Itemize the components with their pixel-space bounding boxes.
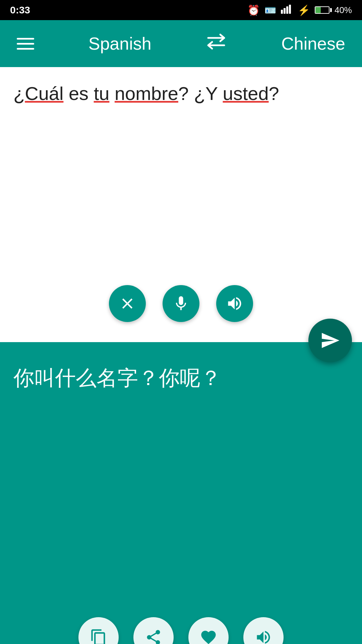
source-text[interactable]: ¿Cuál es tu nombre? ¿Y usted? (13, 80, 349, 107)
svg-rect-2 (286, 6, 288, 14)
top-bar: Spanish Chinese (0, 20, 362, 67)
source-panel: ¿Cuál es tu nombre? ¿Y usted? (0, 67, 362, 342)
alarm-icon: ⏰ (247, 4, 260, 16)
status-time: 0:33 (10, 4, 30, 16)
translation-text: 你叫什么名字？你呢？ (13, 362, 349, 393)
word-usted: usted (223, 83, 269, 104)
battery-block: 40% (315, 5, 352, 15)
svg-rect-0 (281, 10, 283, 14)
translation-panel: 你叫什么名字？你呢？ (0, 342, 362, 644)
source-buttons (109, 285, 253, 322)
battery-percent: 40% (335, 5, 352, 15)
word-nombre: nombre (115, 83, 178, 104)
svg-rect-3 (289, 5, 291, 14)
microphone-button[interactable] (163, 285, 199, 322)
word-cual: Cuál (25, 83, 63, 104)
svg-rect-1 (284, 8, 286, 14)
source-panel-wrapper: ¿Cuál es tu nombre? ¿Y usted? (0, 67, 362, 342)
send-translate-button[interactable] (308, 319, 352, 362)
status-bar: 0:33 ⏰ 🪪 ⚡ 40% (0, 0, 362, 20)
share-button[interactable] (133, 617, 174, 644)
status-icons: ⏰ 🪪 ⚡ 40% (247, 4, 352, 16)
speak-translation-button[interactable] (243, 617, 284, 644)
target-language-label[interactable]: Chinese (281, 34, 345, 54)
clear-button[interactable] (109, 285, 146, 322)
word-tu: tu (94, 83, 110, 104)
charging-icon: ⚡ (298, 4, 310, 16)
sim-icon: 🪪 (264, 5, 276, 16)
translation-buttons (78, 617, 284, 644)
signal-icon (281, 4, 293, 16)
speak-source-button[interactable] (216, 285, 253, 322)
copy-button[interactable] (78, 617, 119, 644)
source-language-label[interactable]: Spanish (88, 34, 152, 54)
hamburger-menu-button[interactable] (17, 38, 34, 50)
swap-languages-button[interactable] (205, 33, 227, 55)
favorite-button[interactable] (188, 617, 229, 644)
